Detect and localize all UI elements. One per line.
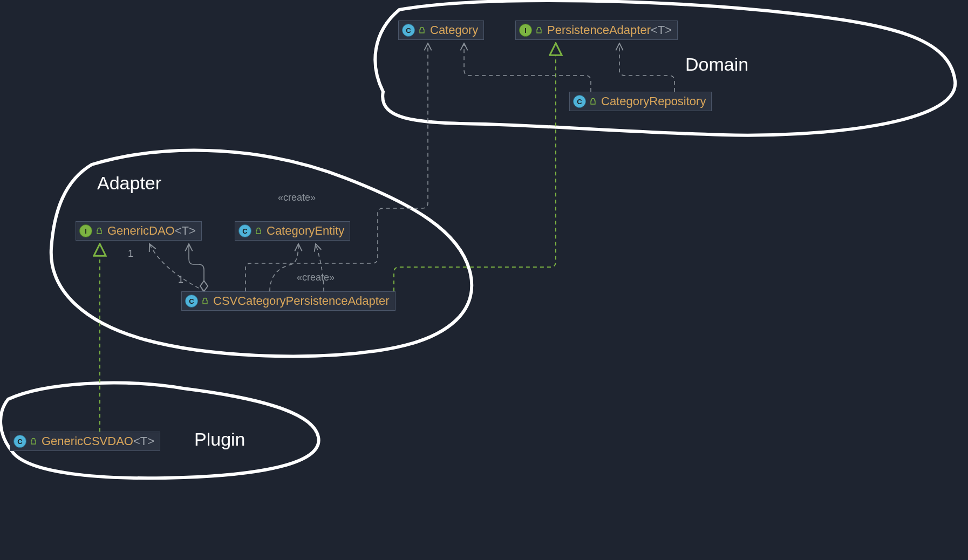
- node-name: PersistenceAdapter: [547, 23, 651, 37]
- multiplicity-1b: 1: [178, 274, 183, 285]
- lock-icon: [418, 26, 426, 34]
- class-icon: C: [573, 95, 586, 108]
- node-category-entity[interactable]: C CategoryEntity: [235, 221, 350, 241]
- lock-icon: [589, 98, 597, 105]
- edges-overlay: [0, 0, 968, 560]
- region-label-domain: Domain: [685, 54, 748, 75]
- node-name: CSVCategoryPersistenceAdapter: [213, 294, 390, 308]
- region-label-plugin: Plugin: [194, 429, 246, 450]
- interface-icon: I: [79, 224, 92, 237]
- class-icon: C: [238, 224, 251, 237]
- node-name: GenericCSVDAO: [42, 434, 133, 448]
- class-icon: C: [185, 295, 198, 308]
- edge-label-create-1: «create»: [278, 192, 316, 203]
- class-icon: C: [13, 435, 26, 448]
- lock-icon: [201, 297, 209, 305]
- lock-icon: [255, 227, 262, 235]
- multiplicity-1a: 1: [128, 248, 133, 259]
- node-generic: <T>: [133, 434, 154, 448]
- class-icon: C: [402, 24, 415, 37]
- node-csv-category-persistence-adapter[interactable]: C CSVCategoryPersistenceAdapter: [181, 291, 396, 311]
- node-generic: <T>: [651, 23, 672, 37]
- plugin-region-blob: [1, 383, 319, 479]
- region-label-adapter: Adapter: [97, 173, 161, 194]
- lock-icon: [535, 26, 543, 34]
- node-persistence-adapter[interactable]: I PersistenceAdapter<T>: [515, 21, 678, 40]
- node-generic: <T>: [175, 224, 196, 237]
- lock-icon: [96, 227, 103, 235]
- diagram-canvas: Domain Adapter Plugin «create» «create» …: [0, 0, 968, 560]
- lock-icon: [30, 438, 37, 445]
- node-generic-dao[interactable]: I GenericDAO<T>: [76, 221, 202, 241]
- node-name: GenericDAO: [107, 224, 175, 237]
- node-category[interactable]: C Category: [398, 21, 484, 40]
- node-category-repository[interactable]: C CategoryRepository: [569, 92, 712, 111]
- edge-label-create-2: «create»: [297, 272, 335, 283]
- node-name: Category: [430, 23, 478, 37]
- interface-icon: I: [519, 24, 532, 37]
- node-name: CategoryEntity: [267, 224, 344, 237]
- node-name: CategoryRepository: [601, 94, 706, 108]
- node-generic-csv-dao[interactable]: C GenericCSVDAO<T>: [10, 432, 160, 451]
